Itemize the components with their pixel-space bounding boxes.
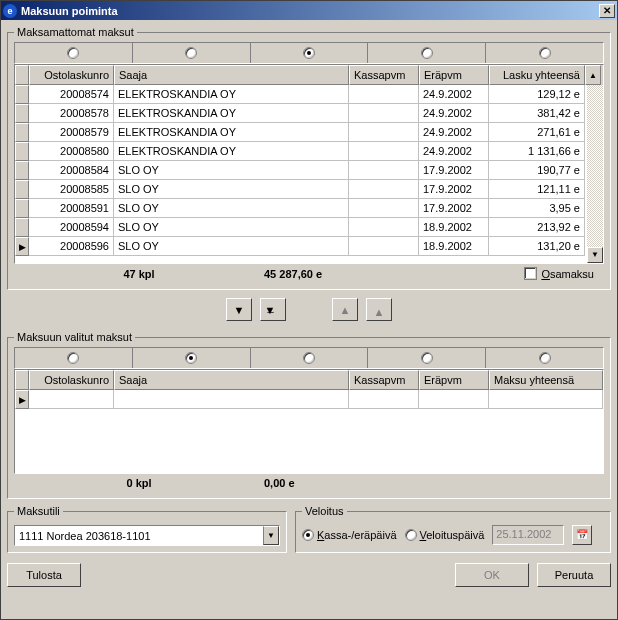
radio-icon [302,529,314,541]
row-marker [15,161,29,180]
grid-selected-body[interactable]: ▶ [15,390,603,473]
cell-id: 20008580 [29,142,114,161]
maksutili-legend: Maksutili [14,505,63,517]
filter-b-radio-3[interactable] [251,348,369,368]
table-row[interactable]: 20008579ELEKTROSKANDIA OY24.9.2002271,61… [15,123,603,142]
scroll-down-btn[interactable]: ▼ [587,247,603,263]
table-row[interactable]: 20008580ELEKTROSKANDIA OY24.9.20021 131,… [15,142,603,161]
cell-amount: 271,61 e [489,123,585,142]
move-down-button[interactable]: ▼ [226,298,252,321]
chevron-down-icon[interactable]: ▼ [263,526,279,545]
filter-b-radio-4[interactable] [368,348,486,368]
col-b-payee[interactable]: Saaja [114,370,349,390]
cell-payee: SLO OY [114,199,349,218]
col-payee[interactable]: Saaja [114,65,349,85]
filter-radio-2[interactable] [133,43,251,63]
row-marker [15,123,29,142]
cell-empty-amount [489,390,603,409]
move-all-down-button[interactable]: ▼_ [260,298,286,321]
cell-amount: 213,92 e [489,218,585,237]
filter-b-radio-1[interactable] [15,348,133,368]
scroll-track[interactable] [587,85,603,247]
cell-id: 20008584 [29,161,114,180]
account-value: 1111 Nordea 203618-1101 [15,526,263,545]
cell-id: 20008574 [29,85,114,104]
totals-top-count: 47 kpl [14,268,264,280]
osamaksu-checkbox[interactable]: Osamaksu [524,267,594,280]
row-marker [15,104,29,123]
cell-era: 17.9.2002 [419,180,489,199]
print-button[interactable]: Tulosta [7,563,81,587]
veloitus-opt2-label: Veloituspäivä [420,529,485,541]
filter-b-radio-5[interactable] [486,348,603,368]
col-b-era[interactable]: Eräpvm [419,370,489,390]
cell-era: 24.9.2002 [419,104,489,123]
col-kassa[interactable]: Kassapvm [349,65,419,85]
close-icon[interactable]: ✕ [599,4,615,18]
table-row[interactable]: 20008594SLO OY18.9.2002213,92 e [15,218,603,237]
filter-radio-5[interactable] [486,43,603,63]
cell-id: 20008579 [29,123,114,142]
row-marker [15,180,29,199]
cell-payee: ELEKTROSKANDIA OY [114,104,349,123]
veloitus-opt2[interactable]: Veloituspäivä [405,529,485,541]
group-unpaid-legend: Maksamattomat maksut [14,26,137,38]
cell-era: 18.9.2002 [419,237,489,256]
app-window: e Maksuun poiminta ✕ Maksamattomat maksu… [0,0,618,620]
grid-unpaid-body[interactable]: 20008574ELEKTROSKANDIA OY24.9.2002129,12… [15,85,603,263]
cell-kassa [349,237,419,256]
cell-kassa [349,218,419,237]
cell-payee: ELEKTROSKANDIA OY [114,142,349,161]
col-b-kassa[interactable]: Kassapvm [349,370,419,390]
vscrollbar[interactable]: ▼ [587,85,603,263]
filter-radio-4[interactable] [368,43,486,63]
cell-id: 20008591 [29,199,114,218]
col-era[interactable]: Eräpvm [419,65,489,85]
cell-kassa [349,104,419,123]
row-marker [15,142,29,161]
grid-corner [15,65,29,85]
col-id[interactable]: Ostolaskunro [29,65,114,85]
group-selected: Maksuun valitut maksut Ostolaskunro Saaj… [7,331,611,499]
scroll-up-btn[interactable]: ▲ [585,65,601,85]
titlebar: e Maksuun poiminta ✕ [1,1,617,20]
table-row-empty[interactable]: ▶ [15,390,603,409]
calendar-icon[interactable]: 📅 [572,525,592,545]
cell-kassa [349,85,419,104]
cell-era: 24.9.2002 [419,85,489,104]
veloitus-date: 25.11.2002 [492,525,564,545]
cell-amount: 129,12 e [489,85,585,104]
grid-unpaid-header: Ostolaskunro Saaja Kassapvm Eräpvm Lasku… [15,65,603,85]
row-marker [15,85,29,104]
cell-id: 20008594 [29,218,114,237]
cancel-button[interactable]: Peruuta [537,563,611,587]
veloitus-opt1[interactable]: Kassa-/eräpäivä [302,529,397,541]
move-up-button[interactable]: ▲ [332,298,358,321]
filter-radio-3[interactable] [251,43,369,63]
table-row[interactable]: 20008585SLO OY17.9.2002121,11 e [15,180,603,199]
col-b-amount[interactable]: Maksu yhteensä [489,370,603,390]
osamaksu-label: Osamaksu [541,268,594,280]
app-icon: e [3,4,17,18]
filter-radio-1[interactable] [15,43,133,63]
table-row[interactable]: 20008574ELEKTROSKANDIA OY24.9.2002129,12… [15,85,603,104]
table-row[interactable]: ▶20008596SLO OY18.9.2002131,20 e [15,237,603,256]
col-amount[interactable]: Lasku yhteensä [489,65,585,85]
grid-selected-header: Ostolaskunro Saaja Kassapvm Eräpvm Maksu… [15,370,603,390]
totals-bottom: 0 kpl 0,00 e [14,474,604,492]
account-combo[interactable]: 1111 Nordea 203618-1101 ▼ [14,525,280,546]
ok-button[interactable]: OK [455,563,529,587]
table-row[interactable]: 20008578ELEKTROSKANDIA OY24.9.2002381,42… [15,104,603,123]
totals-bottom-sum: 0,00 e [264,477,404,489]
group-veloitus: Veloitus Kassa-/eräpäivä Veloituspäivä 2… [295,505,611,553]
row-marker [15,218,29,237]
table-row[interactable]: 20008591SLO OY17.9.20023,95 e [15,199,603,218]
table-row[interactable]: 20008584SLO OY17.9.2002190,77 e [15,161,603,180]
window-title: Maksuun poiminta [21,5,599,17]
cell-kassa [349,123,419,142]
filter-b-radio-2[interactable] [133,348,251,368]
move-all-up-button[interactable]: ▲ [366,298,392,321]
group-unpaid: Maksamattomat maksut Ostolaskunro Saaja … [7,26,611,290]
col-b-id[interactable]: Ostolaskunro [29,370,114,390]
grid-unpaid: Ostolaskunro Saaja Kassapvm Eräpvm Lasku… [14,64,604,264]
